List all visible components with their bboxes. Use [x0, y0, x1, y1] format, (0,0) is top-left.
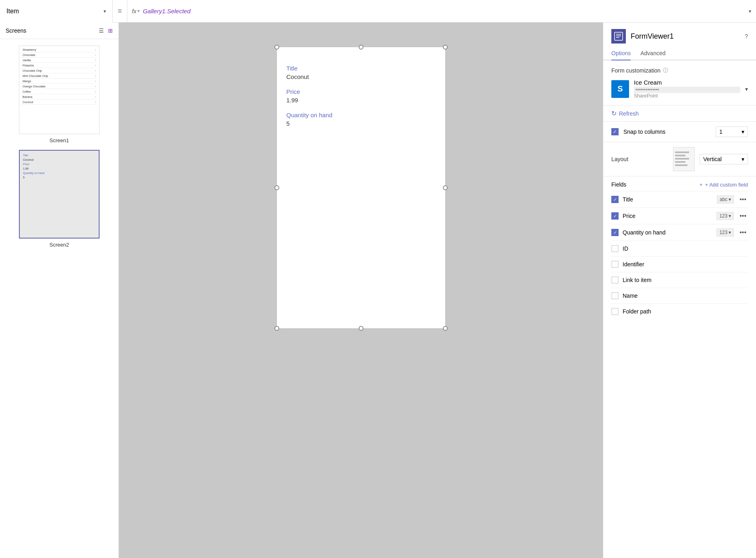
- add-custom-field-button[interactable]: + + Add custom field: [700, 182, 748, 188]
- panel-title: FormViewer1: [631, 32, 740, 41]
- canvas-area[interactable]: Title Coconut Price 1.99 Quantity on han…: [119, 23, 603, 558]
- form-card[interactable]: Title Coconut Price 1.99 Quantity on han…: [276, 47, 446, 329]
- item-dropdown-label: Item: [6, 8, 104, 15]
- field-name-title: Title: [623, 196, 713, 203]
- datasource-chevron-icon[interactable]: ▾: [745, 86, 748, 92]
- formviewer-icon: [611, 29, 626, 44]
- field-checkbox-folder[interactable]: [611, 308, 619, 315]
- field-row-folder: Folder path: [611, 303, 748, 319]
- screen1-label: Screen1: [50, 137, 69, 143]
- field-name-link: Link to item: [623, 277, 748, 283]
- right-panel: FormViewer1 ? Options Advanced Form cust…: [603, 23, 756, 558]
- screens-grid-icon[interactable]: ⊞: [108, 27, 113, 34]
- screens-list: Strawberry› Chocolate› Vanilla› Pistachi…: [0, 39, 118, 254]
- qty-field-label: Quantity on hand: [287, 112, 436, 118]
- datasource-row: S Ice Cream •••••••••••••• SharePoint ▾: [611, 79, 748, 99]
- field-row-title: ✓ Title abc ▾ •••: [611, 191, 748, 207]
- qty-field-value: 5: [287, 120, 436, 127]
- form-customization-section: Form customization ⓘ S Ice Cream •••••••…: [603, 60, 756, 106]
- chevron-down-icon: ▾: [104, 8, 106, 14]
- screens-icons: ☰ ⊞: [99, 27, 113, 34]
- field-checkbox-title[interactable]: ✓: [611, 196, 619, 203]
- layout-label: Layout: [611, 156, 628, 162]
- screens-header: Screens ☰ ⊞: [0, 23, 118, 39]
- field-more-price[interactable]: •••: [738, 212, 748, 220]
- field-more-title[interactable]: •••: [738, 196, 748, 203]
- handle-bot-mid[interactable]: [359, 326, 363, 331]
- datasource-info: Ice Cream •••••••••••••• SharePoint: [634, 79, 740, 99]
- refresh-label: Refresh: [619, 110, 639, 117]
- snap-select[interactable]: 1 ▾: [716, 127, 748, 137]
- field-row-name: Name: [611, 288, 748, 303]
- fields-title: Fields: [611, 181, 700, 188]
- field-row-id: ID: [611, 241, 748, 256]
- screens-panel: Screens ☰ ⊞ Strawberry› Chocolate› Vanil…: [0, 23, 119, 558]
- screen1-item[interactable]: Strawberry› Chocolate› Vanilla› Pistachi…: [6, 46, 112, 143]
- panel-header: FormViewer1 ?: [603, 23, 756, 47]
- handle-top-left[interactable]: [274, 45, 279, 50]
- tab-options[interactable]: Options: [611, 47, 631, 60]
- handle-mid-left[interactable]: [274, 185, 279, 190]
- price-field-label: Price: [287, 88, 436, 95]
- field-type-title[interactable]: abc ▾: [717, 195, 734, 203]
- field-name-name: Name: [623, 292, 748, 299]
- screen2-label: Screen2: [50, 242, 69, 248]
- field-checkbox-qty[interactable]: ✓: [611, 229, 619, 236]
- datasource-name: Ice Cream: [634, 79, 740, 86]
- equals-sign: =: [113, 0, 127, 23]
- fields-section: Fields + + Add custom field ✓ Title abc …: [603, 176, 756, 319]
- panel-tabs: Options Advanced: [603, 47, 756, 60]
- section-title: Form customization ⓘ: [611, 67, 748, 74]
- snap-checkbox[interactable]: ✓: [611, 128, 619, 135]
- field-row-qty: ✓ Quantity on hand 123 ▾ •••: [611, 224, 748, 241]
- type-chevron-icon: ▾: [729, 213, 731, 219]
- svg-rect-0: [615, 32, 623, 40]
- tab-advanced[interactable]: Advanced: [640, 47, 665, 60]
- field-row-identifier: Identifier: [611, 256, 748, 272]
- top-bar: Item ▾ = fx ▾ Gallery1.Selected ▾: [0, 0, 756, 23]
- datasource-type: SharePoint: [634, 93, 740, 99]
- layout-preview: [673, 147, 695, 171]
- field-checkbox-id[interactable]: [611, 245, 619, 252]
- screens-title: Screens: [6, 27, 99, 34]
- screens-list-icon[interactable]: ☰: [99, 27, 104, 34]
- add-icon: +: [700, 182, 703, 188]
- field-row-price: ✓ Price 123 ▾ •••: [611, 207, 748, 224]
- sharepoint-icon: S: [611, 80, 629, 98]
- field-name-id: ID: [623, 245, 748, 252]
- snap-value: 1: [719, 129, 723, 135]
- datasource-url: ••••••••••••••: [634, 87, 740, 93]
- screen1-thumb: Strawberry› Chocolate› Vanilla› Pistachi…: [19, 46, 100, 134]
- field-name-qty: Quantity on hand: [623, 229, 712, 236]
- field-type-price[interactable]: 123 ▾: [717, 212, 734, 220]
- layout-select[interactable]: Vertical ▾: [700, 154, 748, 164]
- field-name-identifier: Identifier: [623, 261, 748, 268]
- field-more-qty[interactable]: •••: [738, 229, 748, 236]
- field-checkbox-link[interactable]: [611, 276, 619, 284]
- field-name-price: Price: [623, 213, 712, 219]
- help-icon[interactable]: ⓘ: [663, 67, 668, 74]
- formula-text[interactable]: Gallery1.Selected: [143, 8, 190, 15]
- price-field-value: 1.99: [287, 97, 436, 104]
- fx-icon: fx ▾: [132, 8, 140, 15]
- question-icon[interactable]: ?: [745, 33, 748, 39]
- handle-bot-right[interactable]: [443, 326, 448, 331]
- field-row-link: Link to item: [611, 272, 748, 288]
- handle-top-right[interactable]: [443, 45, 448, 50]
- handle-top-mid[interactable]: [359, 45, 363, 50]
- layout-chevron-icon: ▾: [741, 156, 744, 162]
- field-checkbox-price[interactable]: ✓: [611, 212, 619, 220]
- item-dropdown[interactable]: Item ▾: [0, 0, 113, 23]
- field-name-folder: Folder path: [623, 308, 748, 315]
- field-type-qty[interactable]: 123 ▾: [717, 228, 734, 236]
- type-chevron-icon: ▾: [729, 230, 731, 235]
- layout-row: Layout Vertical ▾: [603, 142, 756, 176]
- handle-mid-right[interactable]: [443, 185, 448, 190]
- field-checkbox-name[interactable]: [611, 292, 619, 299]
- field-checkbox-identifier[interactable]: [611, 261, 619, 268]
- refresh-row[interactable]: ↻ Refresh: [603, 106, 756, 122]
- screen2-item[interactable]: Title Coconut Price 1.99 Quantity on han…: [6, 150, 112, 248]
- snap-chevron-icon: ▾: [741, 129, 744, 135]
- formula-bar: fx ▾ Gallery1.Selected ▾: [127, 0, 756, 23]
- handle-bot-left[interactable]: [274, 326, 279, 331]
